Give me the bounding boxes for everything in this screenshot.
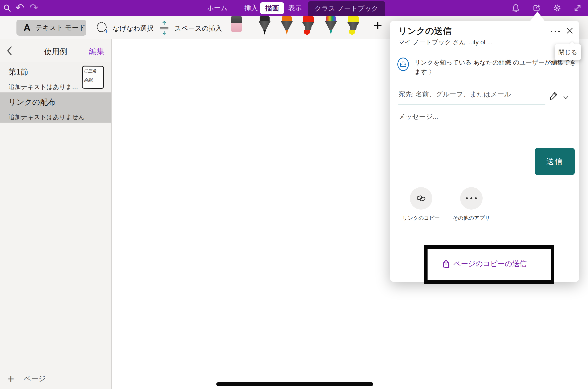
pen-orange[interactable] bbox=[280, 16, 293, 36]
tab-view[interactable]: 表示 bbox=[288, 0, 302, 16]
tab-insert[interactable]: 挿入 bbox=[244, 0, 258, 16]
eraser-tool[interactable] bbox=[231, 16, 242, 32]
tab-home[interactable]: ホーム bbox=[207, 0, 227, 16]
top-app-bar: ↶ ↷ ホーム 挿入 描画 表示 クラス ノートブック bbox=[0, 0, 588, 16]
more-options-button[interactable] bbox=[551, 31, 560, 32]
page-list-header: 使用例 編集 bbox=[0, 39, 111, 62]
page-list-panel: 使用例 編集 第1節 追加テキストはありま… 〇三角 余割. リンクの配布 追加… bbox=[0, 39, 112, 389]
send-page-copy-button[interactable]: ページのコピーの送信 bbox=[390, 256, 579, 272]
thumbnail-handwriting: 余割. bbox=[84, 77, 102, 83]
undo-icon: ↶ bbox=[15, 2, 24, 13]
redo-icon: ↷ bbox=[29, 2, 38, 13]
more-icon bbox=[551, 31, 552, 32]
search-button[interactable] bbox=[3, 4, 12, 13]
recipient-options-button[interactable] bbox=[562, 94, 569, 101]
pen-rainbow[interactable] bbox=[324, 16, 337, 36]
text-mode-button[interactable]: A テキスト モード bbox=[16, 20, 86, 36]
organization-badge bbox=[397, 58, 409, 71]
page-thumbnail: 〇三角 余割. bbox=[82, 66, 104, 89]
more-apps-button[interactable] bbox=[460, 187, 483, 210]
send-button[interactable]: 送信 bbox=[535, 148, 575, 175]
notifications-button[interactable] bbox=[511, 3, 520, 12]
share-icon bbox=[532, 3, 541, 12]
send-link-dialog: リンクの送信 マイ ノートブック さん ...ity of ... 閉じる bbox=[390, 21, 579, 282]
link-permission-row[interactable]: リンクを知っている あなたの組織 のユーザーが編集できます 〉 bbox=[397, 58, 578, 77]
pen-black-icon bbox=[260, 16, 270, 21]
gear-icon bbox=[553, 3, 562, 12]
export-icon bbox=[442, 259, 450, 268]
add-pen-button[interactable]: + bbox=[371, 17, 385, 35]
close-icon bbox=[566, 27, 574, 35]
text-mode-icon: A bbox=[23, 22, 31, 33]
insert-space-button[interactable] bbox=[159, 21, 169, 35]
copy-link-label: リンクのコピー bbox=[396, 215, 446, 222]
ribbon-divider bbox=[251, 20, 251, 35]
close-tooltip: 閉じる bbox=[555, 44, 581, 60]
chevron-down-icon bbox=[562, 94, 569, 101]
eraser-icon bbox=[231, 16, 242, 23]
pen-black[interactable] bbox=[258, 16, 271, 36]
tab-class-notebook[interactable]: クラス ノートブック bbox=[308, 1, 385, 16]
recipient-input[interactable] bbox=[398, 90, 538, 98]
lasso-select-label[interactable]: なげなわ選択 bbox=[113, 24, 154, 33]
close-tooltip-label: 閉じる bbox=[558, 49, 577, 56]
lasso-plus-icon: + bbox=[105, 28, 108, 35]
edit-permission-button[interactable] bbox=[549, 91, 559, 101]
plus-icon: + bbox=[7, 373, 14, 385]
app-window: ↶ ↷ ホーム 挿入 描画 表示 クラス ノートブック bbox=[0, 0, 588, 389]
pen-orange-icon bbox=[282, 16, 292, 21]
settings-button[interactable] bbox=[553, 3, 562, 12]
lasso-select-button[interactable]: + bbox=[97, 22, 108, 34]
bell-icon bbox=[511, 3, 520, 12]
thumbnail-handwriting: 〇三角 bbox=[84, 68, 102, 74]
link-icon bbox=[416, 193, 427, 204]
redo-button[interactable]: ↷ bbox=[29, 0, 38, 15]
marker-red[interactable] bbox=[302, 16, 315, 36]
add-page-button[interactable]: + ページ bbox=[0, 368, 111, 389]
more-icon bbox=[555, 31, 556, 32]
ellipsis-icon bbox=[466, 197, 477, 199]
page-item-2-selected[interactable]: リンクの配布 追加テキストはありません bbox=[0, 92, 111, 123]
fullscreen-button[interactable] bbox=[573, 3, 582, 12]
ribbon-divider bbox=[222, 20, 222, 35]
edit-button[interactable]: 編集 bbox=[89, 46, 104, 57]
insert-space-label[interactable]: スペースの挿入 bbox=[174, 24, 222, 33]
insert-space-icon bbox=[159, 21, 169, 35]
marker-red-icon bbox=[303, 16, 314, 22]
send-label: 送信 bbox=[546, 156, 563, 167]
notebook-subtitle: マイ ノートブック さん ...ity of ... bbox=[398, 38, 493, 46]
permission-text: リンクを知っている あなたの組織 のユーザーが編集できます 〉 bbox=[414, 58, 578, 77]
share-button[interactable] bbox=[532, 3, 541, 12]
highlighter-yellow-icon bbox=[348, 16, 359, 22]
pencil-icon bbox=[549, 91, 558, 100]
message-input[interactable] bbox=[398, 113, 553, 121]
undo-button[interactable]: ↶ bbox=[15, 0, 24, 15]
text-mode-label: テキスト モード bbox=[36, 23, 85, 32]
tooltip-arrow bbox=[569, 42, 575, 48]
highlighter-yellow[interactable] bbox=[347, 16, 360, 36]
expand-icon bbox=[573, 3, 582, 12]
page-subtitle: 追加テキストはありません bbox=[8, 113, 111, 121]
more-apps-label: その他のアプリ bbox=[446, 215, 496, 222]
send-page-copy-label: ページのコピーの送信 bbox=[453, 259, 527, 269]
pen-rainbow-icon bbox=[326, 16, 336, 21]
more-icon bbox=[558, 31, 560, 32]
add-page-label: ページ bbox=[24, 374, 46, 384]
home-indicator[interactable] bbox=[216, 382, 373, 386]
dialog-title: リンクの送信 bbox=[398, 25, 451, 37]
tab-draw[interactable]: 描画 bbox=[260, 2, 284, 14]
recipient-underline bbox=[398, 104, 545, 104]
copy-link-button[interactable] bbox=[410, 187, 432, 210]
page-title: リンクの配布 bbox=[8, 97, 111, 107]
popover-arrow bbox=[530, 11, 545, 21]
page-item-1[interactable]: 第1節 追加テキストはありま… 〇三角 余割. bbox=[0, 62, 111, 92]
close-button[interactable] bbox=[566, 27, 575, 36]
briefcase-icon bbox=[400, 61, 406, 67]
search-icon bbox=[3, 4, 11, 12]
